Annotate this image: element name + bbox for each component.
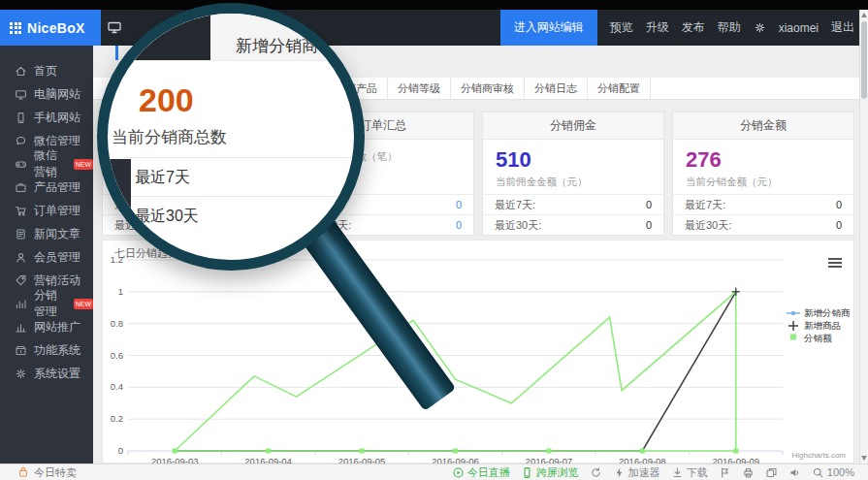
statusbar-item-0[interactable]: 今日直播 (452, 465, 510, 480)
stat-card-row: 最近30天:0 (483, 214, 663, 235)
topbar-link-2[interactable]: 发布 (682, 19, 705, 36)
sidebar-item-label: 功能系统 (34, 342, 80, 359)
sidebar-item-label: 首页 (34, 63, 57, 80)
tab-4[interactable]: 分销配置 (588, 78, 651, 99)
printer-icon (742, 466, 755, 479)
stat-card-value: 510 (496, 147, 651, 173)
sidebar-item-6[interactable]: 订单管理 (0, 199, 93, 222)
sidebar-item-7[interactable]: 新闻文章 (0, 222, 93, 245)
chart-panel: 00.20.40.60.811.22016-09-032016-09-04201… (102, 240, 854, 464)
scrollbar-up-arrow[interactable] (861, 13, 867, 17)
stat-card-value: 276 (686, 147, 841, 173)
topbar-links: 预览升级发布帮助 (610, 19, 741, 36)
apps-grid-icon (10, 22, 21, 34)
lens-row-7days: 最近7天 (123, 157, 354, 188)
settings-gear-icon[interactable] (754, 21, 766, 34)
statusbar-item-label: 跨屏浏览 (536, 465, 579, 480)
sidebar-item-8[interactable]: 会员管理 (0, 245, 93, 269)
speaker-icon (788, 466, 801, 479)
tab-1[interactable]: 分销等级 (388, 78, 451, 99)
tab-3[interactable]: 分销日志 (525, 78, 588, 99)
stat-row-value[interactable]: 0 (456, 199, 462, 210)
lens-row-30days: 最近30天 (123, 196, 354, 227)
tab-2[interactable]: 分销商审核 (451, 78, 525, 99)
statusbar-item-8[interactable] (788, 466, 801, 479)
desktop-preview-icon[interactable] (107, 19, 122, 39)
stat-card-sublabel: 当前分销金额（元） (686, 176, 841, 189)
settings-icon (15, 368, 27, 380)
sidebar-item-label: 新闻文章 (34, 226, 80, 242)
bolt-icon (613, 466, 626, 479)
campaign-icon (15, 274, 27, 287)
chart-export-menu-icon[interactable] (828, 258, 842, 270)
topbar-link-0[interactable]: 预览 (610, 19, 633, 36)
stat-row-label: 最近30天: (685, 218, 731, 233)
topbar-link-3[interactable]: 帮助 (718, 19, 741, 36)
statusbar-item-9[interactable]: 100% (812, 466, 854, 479)
bag-icon (17, 466, 29, 478)
window-icon (765, 466, 778, 479)
sidebar-item-11[interactable]: 网站推广 (0, 315, 93, 338)
stat-card-sublabel: 当前佣金金额（元） (496, 176, 651, 189)
app-logo[interactable]: NiceBoX (0, 10, 101, 46)
stat-row-label: 最近7天: (685, 198, 725, 212)
stat-row-value[interactable]: 0 (456, 219, 462, 231)
sidebar-item-4[interactable]: 微信营销NEW (0, 152, 93, 176)
sidebar-item-label: 会员管理 (34, 249, 80, 266)
statusbar-item-3[interactable]: 加速器 (613, 465, 660, 480)
svg-text:0: 0 (118, 445, 123, 456)
stat-card-row: 最近7天:0 (483, 194, 663, 214)
vertical-scrollbar[interactable] (859, 10, 868, 464)
product-icon (15, 181, 27, 194)
topbar: NiceBoX 进入网站编辑 预览升级发布帮助 xiaomei 退出 (0, 10, 868, 46)
sidebar-item-label: 产品管理 (34, 179, 80, 196)
statusbar-item-2[interactable] (590, 466, 602, 479)
stat-row-value: 0 (646, 219, 652, 231)
news-icon (15, 228, 27, 240)
distribution-icon (15, 298, 27, 310)
sidebar-item-1[interactable]: 电脑网站 (0, 82, 93, 106)
svg-text:0.8: 0.8 (111, 318, 123, 329)
statusbar-item-4[interactable]: 下载 (671, 465, 708, 480)
topbar-link-1[interactable]: 升级 (646, 19, 669, 36)
legend-item-2[interactable]: 分销额 (803, 333, 832, 343)
active-device-indicator (115, 46, 118, 60)
legend-item-0[interactable]: 新增分销商 (804, 307, 851, 318)
logout-button[interactable]: 退出 (831, 19, 854, 36)
sidebar-item-10[interactable]: 分销管理NEW (0, 292, 93, 315)
sidebar-item-label: 网站推广 (34, 319, 80, 336)
user-menu[interactable]: xiaomei (779, 21, 819, 35)
sidebar-item-5[interactable]: 产品管理 (0, 176, 93, 199)
sidebar-item-2[interactable]: 手机网站 (0, 106, 93, 129)
statusbar-today-sale[interactable]: 今日特卖 (0, 465, 77, 480)
wechat-icon (15, 135, 27, 147)
stat-card-title: 分销佣金 (483, 112, 663, 140)
sidebar-item-13[interactable]: 系统设置 (0, 362, 93, 385)
statusbar-item-label: 下载 (687, 465, 708, 480)
sidebar-item-0[interactable]: 首页 (0, 59, 93, 82)
scrollbar-down-arrow[interactable] (861, 456, 867, 461)
legend-item-1[interactable]: 新增商品 (804, 320, 841, 331)
scrollbar-thumb[interactable] (861, 21, 867, 99)
stat-card-3: 分销金额276当前分销金额（元）最近7天:0最近30天:0 (672, 112, 854, 236)
sidebar-item-label: 营销活动 (34, 272, 80, 289)
download-icon (671, 466, 684, 479)
play-circle-icon (452, 466, 465, 479)
statusbar-item-6[interactable] (742, 466, 755, 479)
lens-card-value: 200 (139, 81, 194, 119)
logo-text: NiceBoX (27, 20, 85, 36)
lens-card-title: 新增分销商 (236, 35, 318, 57)
stat-card-row: 最近7天:0 (673, 194, 853, 214)
stat-card-2: 分销佣金510当前佣金金额（元）最近7天:0最近30天:0 (482, 112, 664, 236)
enter-site-edit-button[interactable]: 进入网站编辑 (500, 10, 597, 46)
new-badge: NEW (74, 299, 93, 309)
stat-row-label: 最近30天: (495, 218, 541, 233)
statusbar-item-7[interactable] (765, 466, 778, 479)
stat-card-title: 分销金额 (673, 112, 853, 140)
function-icon (15, 344, 27, 357)
statusbar-item-1[interactable]: 跨屏浏览 (521, 465, 579, 480)
sidebar-item-12[interactable]: 功能系统 (0, 338, 93, 362)
statusbar-item-5[interactable] (719, 466, 731, 479)
sidebar-item-label: 订单管理 (34, 203, 80, 219)
topbar-actions: 进入网站编辑 预览升级发布帮助 xiaomei 退出 (500, 10, 854, 46)
